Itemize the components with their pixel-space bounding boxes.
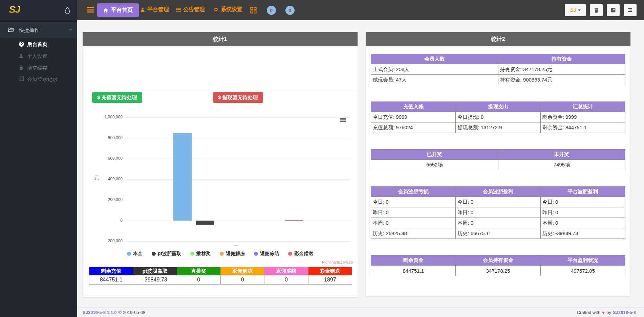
chart-context-menu-icon[interactable] <box>340 118 346 122</box>
yaxis-tick-label: 600,000 <box>83 156 123 161</box>
stats2-table-header: 充值入账 <box>371 102 456 112</box>
stats2-table-header: 平台盈利状况 <box>540 255 625 266</box>
chart-bar-5[interactable] <box>285 220 303 221</box>
highcharts-credit[interactable]: Highcharts.com.cn <box>322 260 353 264</box>
summary-header-cell: 彩金赠送 <box>308 267 352 275</box>
message-badge[interactable]: 0 <box>285 6 295 15</box>
bar-chart: 元 1,000,000800,000600,000400,000200,0000… <box>83 97 358 249</box>
list-menu-icon <box>627 8 633 13</box>
hamburger-menu-icon[interactable] <box>87 7 94 13</box>
sidebar-item-backend-home[interactable]: 后台首页 <box>0 39 77 50</box>
sidebar-logo-area: SJ <box>0 0 77 20</box>
trash-button[interactable] <box>590 4 603 16</box>
nav-item-label: 平台管理 <box>147 6 169 13</box>
notification-badge[interactable]: 0 <box>267 6 276 15</box>
stats2-table-cell: 今日: 0 <box>540 197 625 207</box>
panel-menu-button[interactable] <box>624 4 637 16</box>
gridline <box>126 200 350 200</box>
stats2-table-cell: 844751.1 <box>371 266 456 276</box>
footer-brand-link[interactable]: SJ2019-5-8 <box>613 310 636 315</box>
stats2-table: 会员人数持有资金正式会员: 258人持有资金: 347178.25元试玩会员: … <box>371 54 625 85</box>
caret-down-icon <box>578 9 581 11</box>
stats2-table-header: 会员人数 <box>371 54 498 64</box>
nav-item-platform-home[interactable]: 平台首页 <box>97 3 139 17</box>
legend-label: 返佣解冻 <box>226 251 245 257</box>
sidebar-item-profile-settings[interactable]: 个人设置 <box>0 51 77 62</box>
legend-label: 推荐奖 <box>196 251 211 257</box>
summary-header-cell: 返佣冻结 <box>264 267 308 275</box>
gridline <box>126 179 350 180</box>
legend-label: 本金 <box>133 251 143 257</box>
stats2-table-header: 会员波胆盈利 <box>456 187 540 197</box>
stats2-table-cell: 正式会员: 258人 <box>371 64 498 75</box>
stats2-table-cell: 7495场 <box>498 160 625 170</box>
legend-item[interactable]: pt波胆赢取 <box>152 251 181 257</box>
gridline <box>126 138 350 138</box>
summary-value-cell: 1897 <box>308 275 352 285</box>
footer-version: SJ2019-5-8 1.1.0 <box>83 310 116 315</box>
app-logo: SJ <box>9 4 20 15</box>
sidebar-item-member-login-log[interactable]: 会员登录记录 <box>0 74 77 85</box>
stats2-table: 剩余资金会员持有资金平台盈利状况844751.1347178.25497572.… <box>371 255 625 276</box>
summary-value-cell: -39849.73 <box>133 275 177 285</box>
summary-header-cell: pt波胆赢取 <box>133 267 177 275</box>
sidebar-item-label: 会员登录记录 <box>27 74 58 85</box>
stats2-table-cell: 历史: 26825.38 <box>371 228 456 239</box>
legend-item[interactable]: 返佣冻结 <box>254 251 279 257</box>
account-dropdown-button[interactable]: SJ <box>565 4 586 16</box>
stats2-table-cell: 持有资金: 347178.25元 <box>498 64 625 75</box>
sidebar-item-label: 清空缓存 <box>27 63 47 73</box>
gridline <box>126 159 350 159</box>
stats2-table-cell: 5552场 <box>371 160 498 170</box>
legend-label: 彩金赠送 <box>294 251 313 257</box>
legend-item[interactable]: 彩金赠送 <box>288 251 313 257</box>
chevron-down-icon <box>68 27 73 32</box>
summary-value-cell: 0 <box>220 275 264 285</box>
footer: SJ2019-5-8 1.1.0 © 2019-05-08 Crafted wi… <box>77 308 644 317</box>
stats2-table-cell: 497572.85 <box>540 266 625 276</box>
grid-apps-icon[interactable] <box>250 7 257 14</box>
stats2-panel: 统计2 会员人数持有资金正式会员: 258人持有资金: 347178.25元试玩… <box>366 32 630 296</box>
nav-item-platform-manage[interactable]: 平台管理 <box>140 6 169 13</box>
stats2-panel-body: 会员人数持有资金正式会员: 258人持有资金: 347178.25元试玩会员: … <box>366 46 630 276</box>
home-icon <box>103 8 108 13</box>
chart-bar-1[interactable] <box>196 221 214 225</box>
legend-dot <box>190 252 194 256</box>
stats2-table-cell: 昨日: 0 <box>540 207 625 218</box>
water-drop-icon[interactable] <box>64 6 71 15</box>
stats2-table-header: 未开奖 <box>498 150 625 160</box>
summary-value-cell: 844751.1 <box>89 275 133 285</box>
stats2-table: 会员波胆亏损会员波胆盈利平台波胆盈利今日: 0今日: 0今日: 0昨日: 0昨日… <box>371 186 625 239</box>
yaxis-tick-label: 1,000,000 <box>83 115 123 119</box>
chart-bar-0[interactable] <box>173 133 192 221</box>
legend-item[interactable]: 推荐奖 <box>190 251 211 257</box>
yaxis-tick-label: 800,000 <box>83 135 123 140</box>
folder-open-icon <box>8 27 15 33</box>
nav-item-notice-manage[interactable]: 公告管理 <box>176 6 205 13</box>
sidebar-item-label: 后台首页 <box>27 39 47 50</box>
fullscreen-button[interactable] <box>607 4 620 16</box>
stats2-table-cell: 347178.25 <box>456 266 540 276</box>
stats2-table-header: 平台波胆盈利 <box>540 187 625 197</box>
sidebar-section-quick-actions[interactable]: 快捷操作 <box>0 22 77 38</box>
stats2-table-header: 汇总统计 <box>540 102 625 112</box>
stats2-table-cell: 历史: -39849.73 <box>540 228 625 239</box>
stats2-table-cell: 持有资金: 900863.74元 <box>498 75 625 85</box>
stats2-table-header: 持有资金 <box>498 54 625 64</box>
stats2-table-cell: 试玩会员: 47人 <box>371 75 498 85</box>
legend-item[interactable]: 返佣解冻 <box>220 251 245 257</box>
legend-dot <box>127 252 131 256</box>
gridline <box>126 117 350 118</box>
nav-item-system-settings[interactable]: 系统设置 <box>213 6 242 13</box>
footer-by-text: by <box>606 310 611 315</box>
sidebar-item-clear-cache[interactable]: 清空缓存 <box>0 63 77 73</box>
stats2-table-cell: 本周: 0 <box>371 218 456 228</box>
stats2-table-header: 提现支出 <box>456 102 540 112</box>
dashboard-icon <box>19 41 24 47</box>
legend-label: pt波胆赢取 <box>158 251 181 257</box>
stats2-table-cell: 本周: 0 <box>456 218 540 228</box>
nav-item-label: 平台首页 <box>111 7 133 14</box>
summary-value-cell: 0 <box>264 275 308 285</box>
summary-header-cell: 直推奖 <box>177 267 220 275</box>
legend-item[interactable]: 本金 <box>127 251 143 257</box>
